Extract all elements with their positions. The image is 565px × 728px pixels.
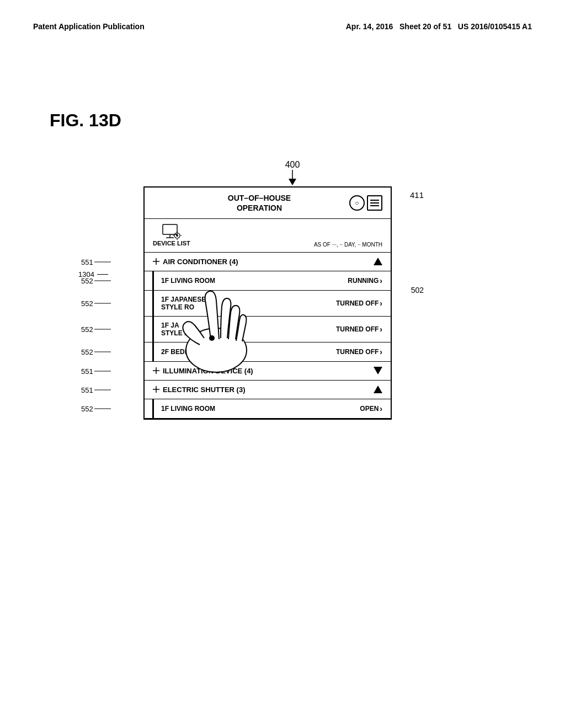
- phone-header: OUT–OF–HOUSEOPERATION ○: [145, 188, 391, 219]
- date-label: AS OF ···, ·· DAY, ·· MONTH: [314, 242, 382, 248]
- label-1304: 1304: [78, 270, 108, 279]
- left-bar: [152, 317, 154, 342]
- 1f-japanese-room-row-1[interactable]: 1F JAPANESESTYLE RO TURNED OFF›: [145, 291, 391, 317]
- 1f-living-room-open-row[interactable]: 1F LIVING ROOM OPEN›: [145, 399, 391, 419]
- ref-551-2: 551: [81, 367, 111, 375]
- ref-552-4: 552: [81, 348, 111, 356]
- label-411: 411: [410, 190, 424, 200]
- phone-header-icons: ○: [349, 195, 382, 211]
- air-conditioner-row[interactable]: AIR CONDITIONER (4): [145, 253, 391, 271]
- running-status: RUNNING›: [348, 276, 382, 285]
- svg-point-6: [176, 234, 178, 237]
- phone-header-title: OUT–OF–HOUSEOPERATION: [228, 193, 291, 213]
- row-wrapper-1f-japanese-1: 552 1F JAPANESESTYLE RO TURNED OFF›: [145, 291, 391, 317]
- diagram-container: 400 411 OUT–OF–HOUSEOPERATION ○: [110, 160, 430, 420]
- device-icon-area: DEVICE LIST: [153, 223, 190, 247]
- left-bar: [152, 271, 154, 290]
- rows-container: 502 551 AIR CONDITIONER (4): [145, 253, 391, 419]
- menu-icon[interactable]: [367, 195, 382, 211]
- triangle-up-icon: [374, 258, 382, 265]
- expand-icon: [153, 258, 159, 265]
- camera-icon[interactable]: ○: [349, 195, 365, 211]
- turned-off-status-1: TURNED OFF›: [336, 299, 382, 308]
- menu-line-1: [370, 200, 379, 201]
- left-bar: [152, 291, 154, 316]
- menu-line-3: [370, 205, 379, 206]
- ref-552-3: 552: [81, 325, 111, 334]
- left-bar: [152, 342, 154, 361]
- 2f-bedroom-row[interactable]: 2F BEDROOM TURNED OFF›: [145, 342, 391, 362]
- row-wrapper-1f-living-2: 552 1F LIVING ROOM OPEN›: [145, 399, 391, 419]
- turned-off-status-2: TURNED OFF›: [336, 325, 382, 334]
- ref-551-1: 551: [81, 258, 111, 266]
- ref-552-2: 552: [81, 299, 111, 308]
- arrow-down: [154, 170, 430, 186]
- phone-ui: 411 OUT–OF–HOUSEOPERATION ○: [143, 186, 392, 420]
- device-list-label: DEVICE LIST: [153, 240, 190, 247]
- menu-line-2: [370, 202, 379, 204]
- header-right: Apr. 14, 2016 Sheet 20 of 51 US 2016/010…: [346, 22, 532, 31]
- open-status: OPEN›: [360, 404, 382, 413]
- row-wrapper-illumination: 551 ILLUMINATION DEVICE (4): [145, 362, 391, 381]
- device-list-icon: [162, 223, 182, 240]
- expand-icon-3: [153, 386, 159, 393]
- 1f-japanese-room-row-2[interactable]: 1F JASTYLE R TURNED OFF›: [145, 317, 391, 342]
- left-bar: [152, 399, 154, 418]
- header-left: Patent Application Publication: [33, 22, 145, 31]
- device-section: DEVICE LIST AS OF ···, ·· DAY, ·· MONTH: [145, 219, 391, 252]
- illumination-device-row[interactable]: ILLUMINATION DEVICE (4): [145, 362, 391, 381]
- electric-shutter-row[interactable]: ELECTRIC SHUTTER (3): [145, 381, 391, 399]
- row-wrapper-air-conditioner: 551 AIR CONDITIONER (4): [145, 253, 391, 271]
- page-header: Patent Application Publication Apr. 14, …: [0, 0, 565, 42]
- row-wrapper-electric-shutter: 551 ELECTRIC SHUTTER (3): [145, 381, 391, 399]
- label-400: 400: [154, 160, 430, 170]
- row-wrapper-1f-japanese-2: 552 1F JASTYLE R TURNED OFF›: [145, 317, 391, 342]
- triangle-down-icon: [374, 367, 382, 374]
- row-wrapper-1f-living: 552 1F LIVING ROOM RUNNING›: [145, 271, 391, 291]
- row-wrapper-2f-bedroom: 552 2F BEDROOM TURNED OFF›: [145, 342, 391, 362]
- ref-551-3: 551: [81, 386, 111, 394]
- triangle-up-icon-2: [374, 386, 382, 393]
- turned-off-status-3: TURNED OFF›: [336, 347, 382, 356]
- svg-rect-2: [163, 224, 177, 234]
- figure-label: FIG. 13D: [50, 110, 121, 131]
- ref-552-5: 552: [81, 405, 111, 413]
- label-502: 502: [411, 286, 424, 295]
- 1f-living-room-row[interactable]: 1F LIVING ROOM RUNNING›: [145, 271, 391, 291]
- expand-icon-2: [153, 367, 159, 374]
- svg-marker-1: [289, 179, 296, 185]
